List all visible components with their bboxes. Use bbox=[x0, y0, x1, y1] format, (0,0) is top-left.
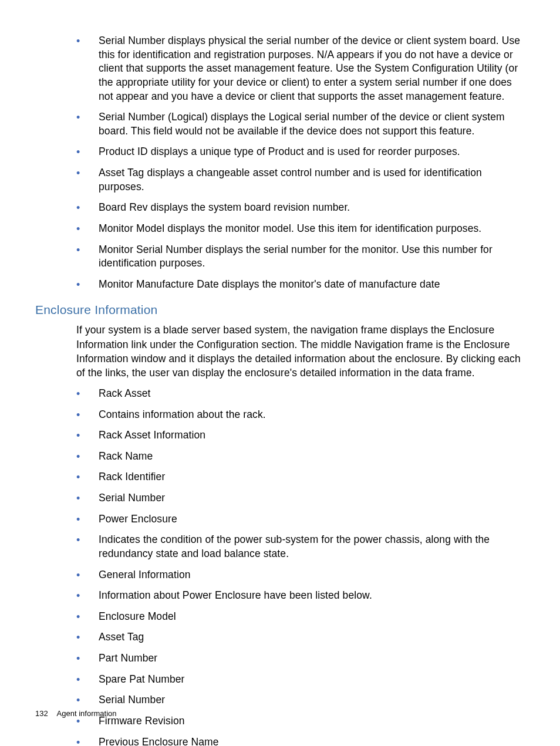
list-item: Spare Pat Number bbox=[76, 673, 525, 687]
list-item: Board Rev displays the system board revi… bbox=[76, 201, 525, 215]
list-item-text: Previous Enclosure Name bbox=[99, 736, 219, 746]
list-item: Serial Number bbox=[76, 491, 525, 505]
list-item-text: Product ID displays a unique type of Pro… bbox=[99, 146, 460, 157]
list-item-text: Serial Number displays physical the seri… bbox=[99, 35, 520, 102]
list-item-text: Asset Tag displays a changeable asset co… bbox=[99, 167, 482, 193]
list-item-text: Monitor Model displays the monitor model… bbox=[99, 222, 481, 234]
list-item: Serial Number displays physical the seri… bbox=[76, 34, 525, 103]
list-item-text: Enclosure Model bbox=[99, 610, 176, 622]
list-item: Asset Tag displays a changeable asset co… bbox=[76, 166, 525, 194]
list-item: Contains information about the rack. bbox=[76, 408, 525, 422]
page-footer: 132 Agent information bbox=[35, 709, 117, 718]
list-item: Previous Enclosure Name bbox=[76, 735, 525, 746]
list-item: Power Enclosure bbox=[76, 512, 525, 526]
list-item-text: Serial Number (Logical) displays the Log… bbox=[99, 111, 505, 137]
section2-content: If your system is a blade server based s… bbox=[76, 323, 525, 746]
list-item-text: General Information bbox=[99, 569, 191, 580]
list-item: Firmware Revision bbox=[76, 714, 525, 728]
list-item-text: Rack Asset bbox=[99, 387, 151, 399]
list-item-text: Asset Tag bbox=[99, 631, 144, 643]
list-item: Product ID displays a unique type of Pro… bbox=[76, 145, 525, 159]
page-number: 132 bbox=[35, 709, 48, 718]
bullet-list-2: Rack Asset Contains information about th… bbox=[76, 387, 525, 746]
list-item-text: Spare Pat Number bbox=[99, 673, 185, 685]
list-item-text: Rack Name bbox=[99, 450, 153, 462]
list-item: Rack Identifier bbox=[76, 470, 525, 484]
list-item: Monitor Manufacture Date displays the mo… bbox=[76, 278, 525, 292]
list-item-text: Rack Asset Information bbox=[99, 429, 205, 441]
list-item-text: Monitor Serial Number displays the seria… bbox=[99, 244, 492, 269]
bullet-list-1: Serial Number displays physical the seri… bbox=[76, 34, 525, 291]
list-item: Serial Number (Logical) displays the Log… bbox=[76, 110, 525, 138]
list-item: Part Number bbox=[76, 652, 525, 666]
section-heading-enclosure-information: Enclosure Information bbox=[35, 303, 525, 317]
list-item-text: Serial Number bbox=[99, 492, 165, 504]
list-item: General Information bbox=[76, 568, 525, 582]
section2-paragraph: If your system is a blade server based s… bbox=[76, 323, 525, 380]
list-item-text: Indicates the condition of the power sub… bbox=[99, 534, 490, 559]
list-item: Monitor Model displays the monitor model… bbox=[76, 222, 525, 236]
list-item: Enclosure Model bbox=[76, 610, 525, 624]
list-item: Information about Power Enclosure have b… bbox=[76, 589, 525, 603]
list-item: Asset Tag bbox=[76, 630, 525, 644]
list-item: Rack Name bbox=[76, 450, 525, 464]
list-item: Rack Asset bbox=[76, 387, 525, 401]
page-content: Serial Number displays physical the seri… bbox=[0, 0, 560, 746]
list-item: Rack Asset Information bbox=[76, 428, 525, 443]
list-item-text: Serial Number bbox=[99, 694, 165, 706]
footer-title: Agent information bbox=[57, 709, 117, 718]
list-item: Monitor Serial Number displays the seria… bbox=[76, 243, 525, 271]
list-item: Serial Number bbox=[76, 693, 525, 707]
list-item-text: Information about Power Enclosure have b… bbox=[99, 589, 372, 601]
list-item-text: Part Number bbox=[99, 652, 157, 664]
list-item-text: Rack Identifier bbox=[99, 471, 165, 482]
list-item-text: Contains information about the rack. bbox=[99, 409, 266, 420]
list-item-text: Power Enclosure bbox=[99, 513, 177, 525]
first-list-block: Serial Number displays physical the seri… bbox=[76, 34, 525, 291]
list-item-text: Board Rev displays the system board revi… bbox=[99, 201, 350, 213]
list-item: Indicates the condition of the power sub… bbox=[76, 533, 525, 561]
list-item-text: Monitor Manufacture Date displays the mo… bbox=[99, 278, 440, 290]
